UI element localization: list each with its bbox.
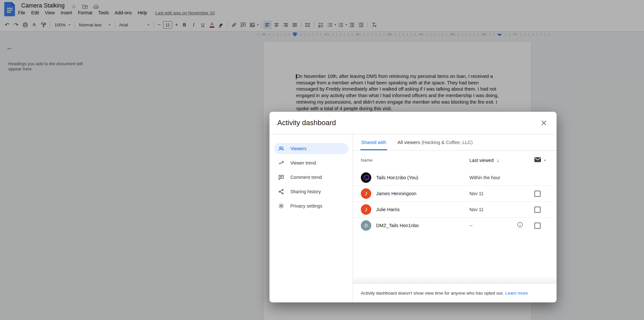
sidebar-item-sharing-history[interactable]: Sharing history [274,186,348,197]
google-docs-screen: Camera Stalking ☆ FileEditViewInsertForm… [0,0,644,320]
dialog-title: Activity dashboard [277,119,336,127]
viewer-name-cell: Tails Hon1nbo (You) [353,172,469,183]
last-viewed-value: Nov 11 [469,207,517,212]
sidebar-item-label: Sharing history [290,189,321,194]
viewer-name: DMZ_Tails Hon1nbo [376,223,419,228]
dialog-header: Activity dashboard [269,112,557,134]
trend-icon [278,160,284,166]
last-viewed-value: Nov 11 [469,191,517,196]
dialog-body: ViewersViewer trendComment trendSharing … [269,134,557,302]
sidebar-item-privacy-settings[interactable]: Privacy settings [274,200,348,211]
table-empty-space [353,233,557,283]
email-dropdown-caret[interactable]: ▾ [544,159,546,162]
viewer-row: DDMZ_Tails Hon1nbo-- [353,218,557,233]
last-viewed-value: -- [469,223,517,228]
footer-note: Activity dashboard doesn't show view tim… [361,291,504,296]
viewers-tabs: Shared with All viewers (Hacking & Coffe… [353,134,557,151]
sidebar-item-label: Viewers [290,146,307,151]
email-select-checkbox[interactable] [534,191,541,197]
viewer-name-cell: JJames Henningson [353,188,469,199]
activity-dashboard-dialog: Activity dashboard ViewersViewer trendCo… [269,112,557,302]
table-header: Name Last viewed↓ ▾ [353,151,557,170]
sidebar-item-label: Viewer trend [290,160,316,166]
viewer-row: Tails Hon1nbo (You)Within the hour [353,170,557,186]
viewer-name: James Henningson [376,191,416,196]
tab-all-viewers-label: All viewers [398,140,420,145]
dialog-content: Shared with All viewers (Hacking & Coffe… [353,134,557,302]
sidebar-item-label: Comment trend [290,175,322,180]
avatar [361,172,371,183]
sidebar-item-viewers[interactable]: Viewers [274,143,348,154]
column-header-last-viewed[interactable]: Last viewed↓ [469,157,517,163]
viewer-name: Tails Hon1nbo (You) [376,175,418,180]
avatar: D [361,220,371,231]
sidebar-item-comment-trend[interactable]: Comment trend [274,172,348,183]
viewer-name: Julie Harris [376,207,400,212]
sort-descending-icon[interactable]: ↓ [497,157,499,163]
learn-more-link[interactable]: Learn more [505,291,528,296]
viewer-name-cell: JJulie Harris [353,204,469,215]
avatar: J [361,188,371,199]
avatar: J [361,204,371,215]
viewer-row: JJulie HarrisNov 11 [353,202,557,218]
info-icon[interactable] [517,222,523,229]
tab-all-viewers[interactable]: All viewers (Hacking & Coffee, LLC) [398,134,473,150]
dialog-footer: Activity dashboard doesn't show view tim… [353,283,557,302]
tab-all-viewers-org: (Hacking & Coffee, LLC) [422,140,473,145]
email-icon[interactable] [534,157,541,164]
viewer-name-cell: DDMZ_Tails Hon1nbo [353,220,469,231]
people-icon [278,145,284,152]
last-viewed-value: Within the hour [469,175,517,180]
gear-icon [278,203,284,209]
column-header-name[interactable]: Name [353,158,469,163]
tab-shared-with[interactable]: Shared with [360,134,387,150]
viewer-row: JJames HenningsonNov 11 [353,186,557,202]
share-icon [278,188,284,195]
email-select-checkbox[interactable] [534,207,541,213]
sidebar-item-label: Privacy settings [290,203,322,209]
sidebar-item-viewer-trend[interactable]: Viewer trend [274,157,348,168]
dialog-nav: ViewersViewer trendComment trendSharing … [269,134,353,302]
close-icon[interactable] [540,119,548,127]
email-select-checkbox[interactable] [534,223,541,229]
comment-icon [278,174,284,181]
